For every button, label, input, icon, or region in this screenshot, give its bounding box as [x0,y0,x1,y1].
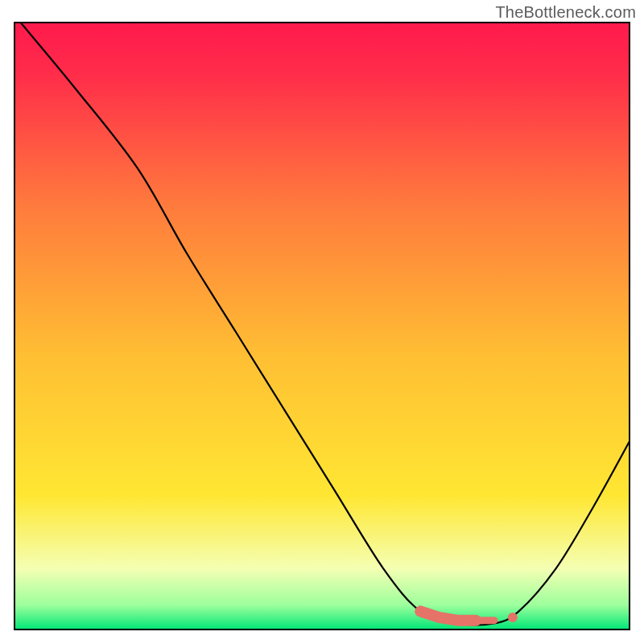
highlight-dot [508,613,518,622]
plot-background [14,23,630,630]
chart-svg [0,0,644,644]
